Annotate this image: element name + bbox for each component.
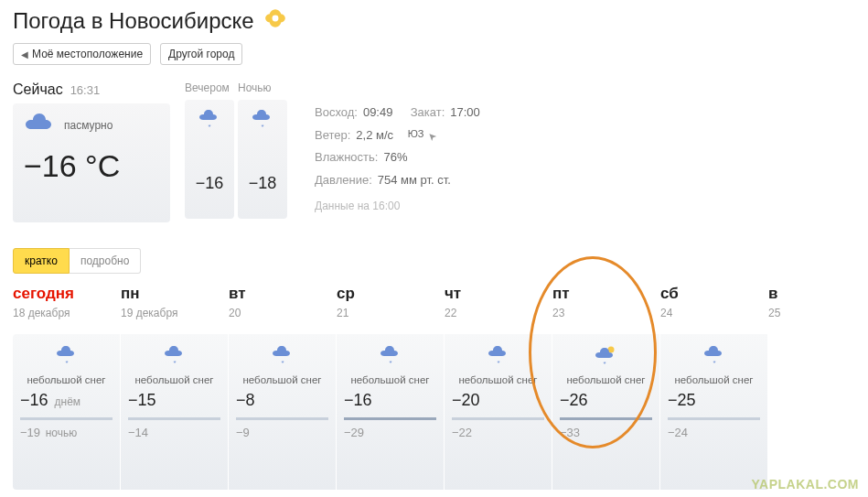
day-temp-high: −20: [452, 391, 544, 410]
snow-icon: *: [128, 345, 220, 367]
day-date: 25: [768, 307, 787, 319]
forecast-day[interactable]: ср21*небольшой снег−16−29: [337, 285, 445, 490]
view-tabs: кратко подробно: [13, 248, 855, 274]
svg-text:*: *: [713, 359, 715, 367]
sunrise-value: 09:49: [363, 102, 393, 124]
snow-icon: *: [344, 345, 436, 367]
day-temp-low: −9: [236, 426, 328, 439]
snow-icon: *: [668, 345, 760, 367]
my-location-button[interactable]: ◀ Моё местоположение: [13, 43, 151, 65]
page-title: Погода в Новосибирске: [13, 8, 254, 34]
forecast-strip: сегодня18 декабря*небольшой снег−16 днём…: [13, 285, 855, 490]
now-condition: пасмурно: [64, 119, 113, 132]
evening-label: Вечером: [185, 81, 238, 94]
day-of-week: сегодня: [13, 285, 121, 303]
forecast-day[interactable]: сегодня18 декабря*небольшой снег−16 днём…: [13, 285, 121, 490]
cloud-icon: [24, 113, 55, 137]
tab-detailed[interactable]: подробно: [70, 248, 141, 274]
svg-text:*: *: [603, 360, 605, 367]
humidity-label: Влажность:: [315, 146, 378, 169]
night-strip: [236, 417, 328, 420]
evening-card: * −16: [185, 100, 234, 219]
day-of-week: сб: [660, 285, 768, 303]
day-condition: небольшой снег: [452, 374, 544, 385]
day-date: 23: [552, 307, 660, 319]
sunset-value: 17:00: [450, 102, 480, 124]
night-strip: [560, 417, 652, 420]
forecast-card: *небольшой снег−16 днём−19 ночью: [13, 334, 121, 490]
day-temp-low: −29: [344, 426, 436, 439]
night-card: * −18: [238, 100, 287, 219]
forecast-card: *небольшой снег−16−29: [337, 334, 445, 490]
now-time: 16:31: [70, 83, 101, 97]
day-condition: небольшой снег: [236, 374, 328, 385]
night-temp: −18: [249, 174, 277, 193]
wind-arrow-icon: ➤: [423, 124, 445, 146]
my-location-label: Моё местоположение: [32, 48, 143, 60]
day-temp-high: −16 днём: [20, 391, 113, 410]
forecast-day[interactable]: пт23*небольшой снег−26−33: [552, 285, 660, 490]
day-temp-high: −8: [236, 391, 328, 410]
day-date: 20: [229, 307, 337, 319]
day-temp-high: −16: [344, 391, 436, 410]
day-date: 22: [445, 307, 552, 319]
forecast-day[interactable]: сб24*небольшой снег−25−24: [660, 285, 768, 490]
yandex-weather-icon: [263, 7, 287, 34]
day-date: 21: [337, 307, 445, 319]
sunset-label: Закат:: [411, 102, 445, 124]
now-temperature: −16 °С: [24, 148, 159, 184]
svg-text:*: *: [173, 359, 176, 367]
day-temp-low: −19 ночью: [20, 426, 113, 439]
now-label: Сейчас: [13, 81, 63, 98]
day-condition: небольшой снег: [20, 374, 113, 385]
forecast-day[interactable]: в25: [768, 285, 787, 490]
svg-text:*: *: [281, 359, 284, 367]
wind-dir: ЮЗ: [408, 124, 424, 147]
day-of-week: в: [768, 285, 787, 303]
snow-icon: *: [20, 345, 113, 367]
day-of-week: пн: [121, 285, 229, 303]
forecast-day[interactable]: пн19 декабря*небольшой снег−15−14: [121, 285, 229, 490]
day-temp-high: −15: [128, 391, 220, 410]
humidity-value: 76%: [383, 146, 407, 169]
forecast-day[interactable]: чт22*небольшой снег−20−22: [445, 285, 552, 490]
svg-point-0: [272, 15, 278, 21]
forecast-card: *небольшой снег−8−9: [229, 334, 337, 490]
svg-text:*: *: [497, 359, 499, 367]
night-strip: [344, 417, 436, 420]
snow-icon: *: [236, 345, 328, 367]
data-asof: Данные на 16:00: [315, 196, 480, 217]
forecast-card: *небольшой снег−26−33: [552, 334, 660, 490]
pressure-label: Давление:: [315, 169, 372, 192]
day-temp-high: −26: [560, 391, 652, 410]
snow-icon: *: [452, 345, 544, 367]
forecast-card: *небольшой снег−15−14: [121, 334, 229, 490]
day-date: 19 декабря: [121, 307, 229, 319]
sun-snow-icon: *: [560, 345, 652, 367]
night-strip: [128, 417, 220, 420]
other-city-label: Другой город: [168, 48, 234, 60]
sunrise-label: Восход:: [315, 102, 358, 124]
day-temp-low: −24: [668, 426, 760, 439]
night-label: Ночью: [238, 81, 291, 94]
svg-text:*: *: [261, 123, 263, 131]
evening-temp: −16: [196, 174, 224, 193]
forecast-card: *небольшой снег−20−22: [445, 334, 552, 490]
day-condition: небольшой снег: [560, 374, 652, 385]
forecast-day[interactable]: вт20*небольшой снег−8−9: [229, 285, 337, 490]
svg-text:*: *: [208, 123, 210, 131]
tab-brief[interactable]: кратко: [13, 248, 70, 274]
other-city-button[interactable]: Другой город: [160, 43, 242, 65]
pressure-value: 754 мм рт. ст.: [378, 169, 451, 192]
day-of-week: чт: [445, 285, 552, 303]
svg-text:*: *: [65, 359, 68, 367]
day-of-week: вт: [229, 285, 337, 303]
night-strip: [668, 417, 760, 420]
day-date: 24: [660, 307, 768, 319]
chevron-left-icon: ◀: [21, 49, 28, 59]
day-temp-low: −33: [560, 426, 652, 439]
watermark: YAPLAKAL.COM: [752, 477, 860, 492]
night-strip: [20, 417, 113, 420]
day-temp-low: −22: [452, 426, 544, 439]
weather-details: Восход: 09:49 Закат: 17:00 Ветер: 2,2 м/…: [315, 81, 480, 222]
